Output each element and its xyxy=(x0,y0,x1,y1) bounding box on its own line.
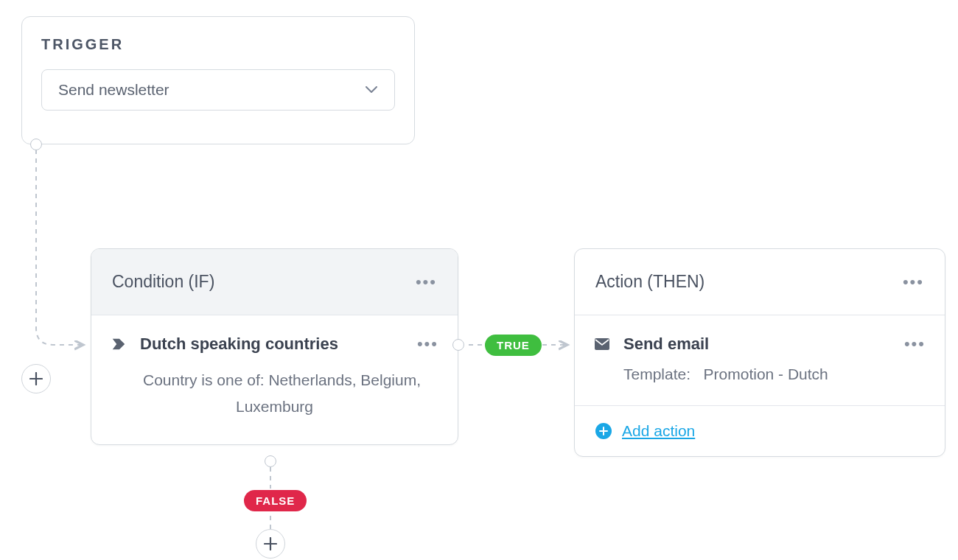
action-row[interactable]: Send email ••• xyxy=(594,335,926,354)
action-item-menu-icon[interactable]: ••• xyxy=(904,335,926,354)
action-body: Send email ••• Template: Promotion - Dut… xyxy=(575,315,945,406)
add-node-button-false[interactable] xyxy=(256,529,285,559)
action-template-label: Template: xyxy=(623,365,690,382)
connector-dot xyxy=(265,455,276,467)
condition-title: Condition (IF) xyxy=(112,272,214,292)
trigger-title: TRIGGER xyxy=(41,36,395,53)
condition-row[interactable]: Dutch speaking countries ••• xyxy=(111,335,438,354)
condition-card: Condition (IF) ••• Dutch speaking countr… xyxy=(91,248,458,445)
tag-icon xyxy=(111,336,127,352)
action-menu-icon[interactable]: ••• xyxy=(903,273,924,292)
false-label: FALSE xyxy=(244,490,307,511)
trigger-card: TRIGGER Send newsletter xyxy=(21,16,415,144)
mail-icon xyxy=(594,336,610,352)
add-node-button[interactable] xyxy=(21,364,51,393)
action-description: Template: Promotion - Dutch xyxy=(594,365,926,383)
condition-item-menu-icon[interactable]: ••• xyxy=(417,335,438,354)
add-action-link[interactable]: Add action xyxy=(622,422,695,440)
condition-name: Dutch speaking countries xyxy=(140,335,338,354)
action-card: Action (THEN) ••• Send email ••• Templat… xyxy=(574,248,945,457)
condition-header: Condition (IF) ••• xyxy=(91,249,458,315)
condition-body: Dutch speaking countries ••• Country is … xyxy=(91,315,458,444)
trigger-select[interactable]: Send newsletter xyxy=(41,69,395,111)
condition-description-line1: Country is one of: Netherlands, Belgium, xyxy=(111,367,438,393)
action-header: Action (THEN) ••• xyxy=(575,249,945,315)
action-footer: Add action xyxy=(575,406,945,456)
action-name: Send email xyxy=(623,335,709,354)
connector-dot xyxy=(452,339,464,351)
workflow-canvas: TRIGGER Send newsletter Condition (IF) •… xyxy=(0,0,958,560)
action-template-value: Promotion - Dutch xyxy=(704,365,828,382)
condition-menu-icon[interactable]: ••• xyxy=(416,273,437,292)
chevron-down-icon xyxy=(365,83,378,97)
trigger-select-value: Send newsletter xyxy=(58,81,169,99)
action-title: Action (THEN) xyxy=(595,272,704,292)
plus-circle-icon xyxy=(595,423,612,439)
connector-dot xyxy=(30,139,42,150)
condition-description-line2: Luxemburg xyxy=(111,393,438,420)
true-label: TRUE xyxy=(485,335,542,356)
